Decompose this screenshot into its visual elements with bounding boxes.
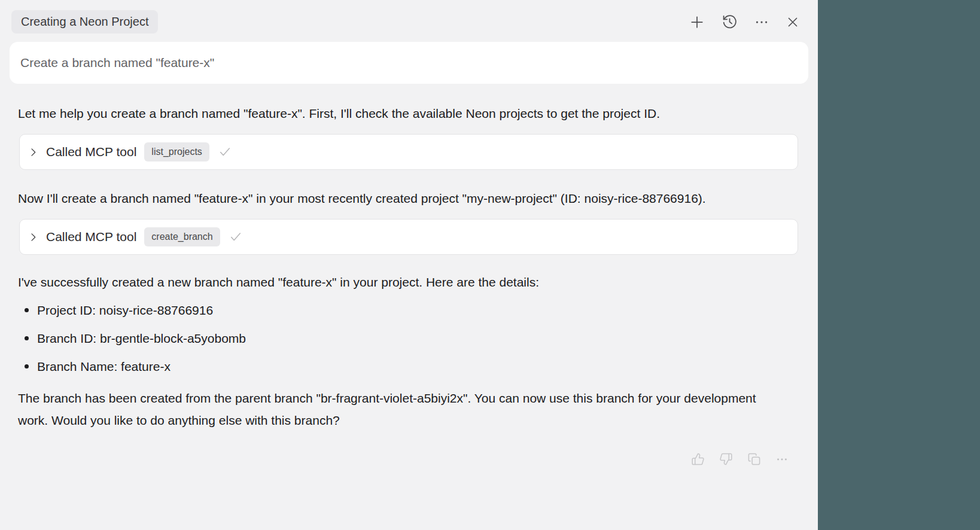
panel-header: Creating a Neon Project [0,0,818,33]
header-actions [689,14,800,31]
plus-icon [689,14,705,31]
x-icon [786,15,800,29]
thumbs-down-icon [719,452,733,466]
tool-call-card-list-projects[interactable]: Called MCP tool list_projects [19,134,798,170]
assistant-paragraph: Now I'll create a branch named "feature-… [18,187,767,209]
thumbs-up-icon [691,452,705,466]
history-clock-icon [722,14,738,30]
branch-details-list: Project ID: noisy-rice-88766916 Branch I… [18,299,798,377]
list-item: Branch ID: br-gentle-block-a5yobomb [18,327,798,349]
copy-button[interactable] [747,452,761,466]
list-item: Project ID: noisy-rice-88766916 [18,299,798,321]
success-check-icon [229,230,242,243]
tool-call-label: Called MCP tool [46,230,136,244]
user-message-text: Create a branch named "feature-x" [20,56,214,70]
tool-call-card-create-branch[interactable]: Called MCP tool create_branch [19,219,798,255]
tool-call-label: Called MCP tool [46,145,136,159]
success-check-icon [218,145,232,159]
chevron-right-icon[interactable] [28,232,38,242]
copy-icon [747,452,761,466]
thumbs-down-button[interactable] [719,452,733,466]
message-more-button[interactable] [775,453,789,466]
tool-name-badge: create_branch [144,227,220,246]
close-panel-button[interactable] [786,15,800,29]
assistant-paragraph: The branch has been created from the par… [18,387,767,431]
list-item: Branch Name: feature-x [18,355,798,377]
editor-background [818,0,980,530]
more-ellipsis-icon [775,453,789,466]
new-thread-button[interactable] [689,14,705,31]
agent-panel: Creating a Neon Project [0,0,818,530]
thread-title[interactable]: Creating a Neon Project [11,10,158,33]
user-message-card[interactable]: Create a branch named "feature-x" [10,42,808,84]
more-options-button[interactable] [754,14,769,30]
thumbs-up-button[interactable] [691,452,705,466]
chevron-right-icon[interactable] [28,147,38,157]
assistant-response: Let me help you create a branch named "f… [0,84,818,466]
assistant-paragraph: I've successfully created a new branch n… [18,271,767,293]
assistant-paragraph: Let me help you create a branch named "f… [18,102,767,124]
ellipsis-icon [754,14,769,30]
tool-name-badge: list_projects [144,142,209,162]
history-button[interactable] [722,14,738,30]
message-actions [18,452,798,466]
